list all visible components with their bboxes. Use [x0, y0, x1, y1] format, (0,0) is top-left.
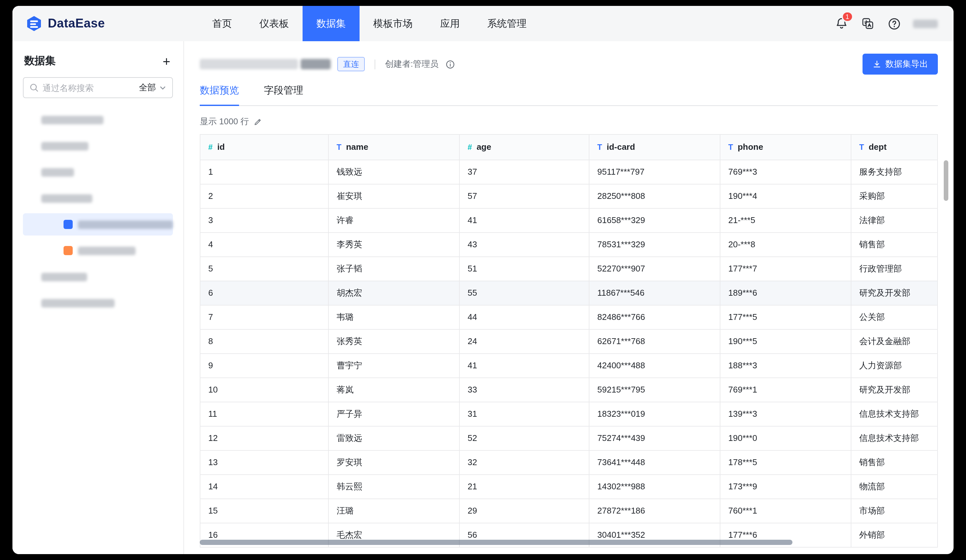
- table-row: 1钱致远3795117***797769***3服务支持部: [200, 160, 938, 184]
- column-header-id: #id: [200, 135, 329, 160]
- redacted-text: [78, 220, 173, 229]
- number-field-icon: #: [468, 143, 472, 152]
- column-label: dept: [869, 142, 887, 152]
- table-cell: 罗安琪: [329, 450, 459, 474]
- table-cell: 张子韬: [329, 257, 459, 281]
- notifications-button[interactable]: 1: [835, 16, 849, 31]
- data-preview-table: #idTname#ageTid-cardTphoneTdept 1钱致远3795…: [200, 134, 938, 554]
- redacted-text: [41, 168, 74, 176]
- table-cell: 3: [200, 208, 329, 232]
- table-header-row: #idTname#ageTid-cardTphoneTdept: [200, 135, 938, 160]
- table-cell: 信息技术支持部: [851, 402, 938, 426]
- nav-item-首页[interactable]: 首页: [199, 6, 246, 41]
- main-content: 直连 创建者:管理员 数据集导出 数据预览字段管理: [184, 41, 954, 554]
- tree-item-redacted[interactable]: [23, 265, 173, 288]
- table-cell: 188***3: [720, 353, 851, 377]
- table-cell: 张秀英: [329, 329, 459, 353]
- table-cell: 汪璐: [329, 498, 459, 523]
- tree-item-redacted[interactable]: [23, 109, 173, 131]
- help-button[interactable]: [887, 16, 901, 31]
- table-cell: 14: [200, 474, 329, 498]
- table-cell: 销售部: [851, 232, 938, 257]
- vertical-scrollbar-thumb[interactable]: [944, 160, 948, 201]
- column-header-name: Tname: [329, 135, 459, 160]
- table-cell: 12: [200, 426, 329, 450]
- tab-字段管理[interactable]: 字段管理: [264, 84, 303, 105]
- table-cell: 55: [459, 281, 589, 305]
- filter-select[interactable]: 全部: [133, 78, 172, 97]
- table-row: 11严子异3118323***019139***3信息技术支持部: [200, 402, 938, 426]
- column-header-id-card: Tid-card: [589, 135, 720, 160]
- horizontal-scrollbar-thumb[interactable]: [200, 540, 792, 545]
- table-cell: 采购部: [851, 184, 938, 208]
- table-cell: 61658***329: [589, 208, 720, 232]
- edit-pencil-icon[interactable]: [253, 117, 263, 126]
- table-cell: 78531***329: [589, 232, 720, 257]
- table-cell: 18323***019: [589, 402, 720, 426]
- tab-数据预览[interactable]: 数据预览: [200, 84, 239, 105]
- table-cell: 会计及金融部: [851, 329, 938, 353]
- text-field-icon: T: [728, 143, 733, 152]
- tree-item-redacted[interactable]: [23, 135, 173, 157]
- table-cell: 11867***546: [589, 281, 720, 305]
- table-cell: 52270***907: [589, 257, 720, 281]
- brand-logo[interactable]: DataEase: [12, 15, 184, 32]
- table-cell: 信息技术支持部: [851, 426, 938, 450]
- nav-item-模板市场[interactable]: 模板市场: [360, 6, 426, 41]
- table-cell: 韩云熙: [329, 474, 459, 498]
- username-redacted[interactable]: [913, 19, 938, 28]
- table-row: 10蒋岚3359215***795769***1研究及开发部: [200, 377, 938, 402]
- column-label: age: [476, 142, 491, 152]
- add-dataset-button[interactable]: +: [161, 55, 172, 68]
- language-switch-button[interactable]: [861, 16, 875, 31]
- table-cell: 蒋岚: [329, 377, 459, 402]
- number-field-icon: #: [208, 143, 212, 152]
- table-cell: 2: [200, 184, 329, 208]
- table-cell: 研究及开发部: [851, 377, 938, 402]
- nav-item-系统管理[interactable]: 系统管理: [473, 6, 540, 41]
- table-cell: 178***5: [720, 450, 851, 474]
- redacted-text: [41, 272, 87, 281]
- help-icon: [887, 17, 901, 30]
- column-header-dept: Tdept: [851, 135, 938, 160]
- tree-item-redacted[interactable]: [23, 161, 173, 183]
- table-cell: 173***9: [720, 474, 851, 498]
- table-cell: 177***7: [720, 257, 851, 281]
- text-field-icon: T: [859, 143, 864, 152]
- brand-name: DataEase: [48, 16, 105, 31]
- nav-item-应用[interactable]: 应用: [426, 6, 473, 41]
- table-cell: 28250***808: [589, 184, 720, 208]
- language-switch-icon: [861, 17, 874, 30]
- sheet-orange-icon: [64, 246, 73, 255]
- tree-item-redacted[interactable]: [23, 292, 173, 314]
- table-cell: 韦璐: [329, 305, 459, 329]
- table-cell: 190***5: [720, 329, 851, 353]
- table-cell: 31: [459, 402, 589, 426]
- dataset-blue-icon: [64, 220, 73, 229]
- table-row: 14韩云熙2114302***988173***9物流部: [200, 474, 938, 498]
- table-cell: 物流部: [851, 474, 938, 498]
- table-cell: 95117***797: [589, 160, 720, 184]
- tree-item-redacted-selected[interactable]: [23, 213, 173, 236]
- table-row: 8张秀英2462671***768190***5会计及金融部: [200, 329, 938, 353]
- topbar-right: 1: [835, 16, 954, 31]
- table-cell: 7: [200, 305, 329, 329]
- table-row: 15汪璐2927872***186760***1市场部: [200, 498, 938, 523]
- nav-item-仪表板[interactable]: 仪表板: [246, 6, 302, 41]
- table-cell: 769***3: [720, 160, 851, 184]
- table-cell: 法律部: [851, 208, 938, 232]
- table-cell: 51: [459, 257, 589, 281]
- table-cell: 21-***5: [720, 208, 851, 232]
- info-icon[interactable]: [445, 59, 455, 69]
- export-dataset-button[interactable]: 数据集导出: [863, 54, 938, 75]
- column-label: phone: [738, 142, 763, 152]
- search-input[interactable]: [43, 83, 133, 93]
- nav-item-数据集[interactable]: 数据集: [302, 6, 360, 41]
- tree-item-redacted[interactable]: [23, 239, 173, 262]
- table-cell: 胡杰宏: [329, 281, 459, 305]
- tree-item-redacted[interactable]: [23, 187, 173, 210]
- table-cell: 29: [459, 498, 589, 523]
- table-cell: 10: [200, 377, 329, 402]
- connection-type-badge: 直连: [337, 57, 365, 71]
- table-cell: 人力资源部: [851, 353, 938, 377]
